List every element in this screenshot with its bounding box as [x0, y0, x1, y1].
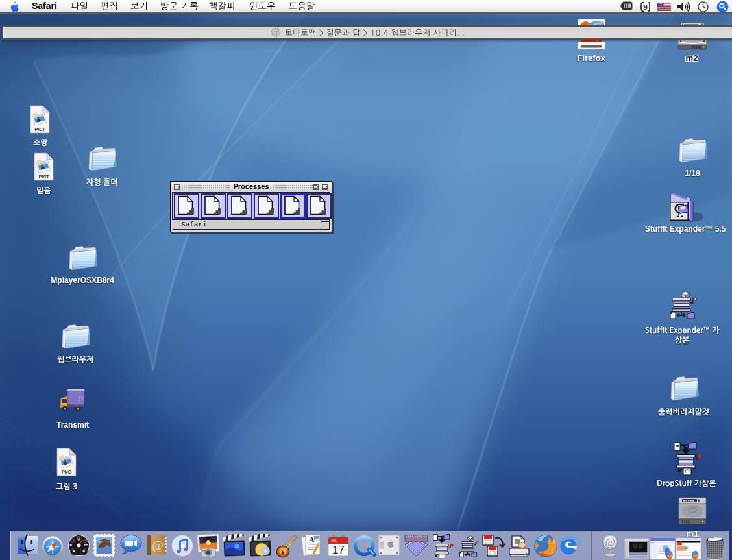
svg-text:@: @: [152, 539, 164, 552]
svg-text:17: 17: [332, 544, 345, 556]
svg-text:PICT: PICT: [39, 175, 50, 179]
svg-text:P: P: [78, 395, 84, 404]
svg-text:9: 9: [643, 2, 648, 12]
svg-text:JUL: JUL: [331, 539, 337, 542]
svg-text:PICT: PICT: [35, 127, 46, 132]
svg-text:@: @: [273, 29, 278, 36]
svg-text:@: @: [605, 536, 615, 548]
svg-text:PNG: PNG: [62, 470, 72, 474]
svg-text:A: A: [309, 535, 315, 544]
